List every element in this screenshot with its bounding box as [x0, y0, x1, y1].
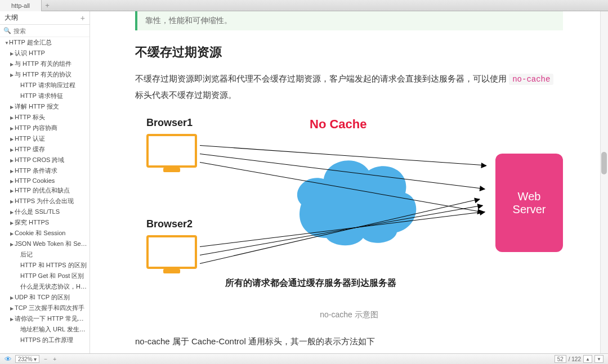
page-up-button[interactable]: ▲	[583, 355, 592, 363]
sidebar-header: 大纲 +	[0, 11, 90, 25]
tree-item[interactable]: ▼HTTP 超全汇总	[0, 37, 90, 48]
tree-item[interactable]: ▶UDP 和 TCP 的区别	[0, 292, 90, 303]
paragraph-intro: 不缓存过期资源即浏览器和代理不会缓存过期资源，客户端发起的请求会直接到达服务器，…	[135, 71, 563, 103]
tree-item[interactable]: ▶HTTPS 为什么会出现	[0, 196, 90, 206]
callout-box: 靠性，性能和可伸缩性。	[135, 11, 563, 30]
scrollbar-thumb[interactable]	[601, 152, 607, 174]
zoom-out-button[interactable]: −	[43, 356, 48, 362]
tree-item[interactable]: HTTP Get 和 Post 区别	[0, 271, 90, 281]
heading-no-cache-expired: 不缓存过期资源	[135, 44, 563, 61]
page-total: / 122	[569, 356, 581, 362]
tree-item[interactable]: ▶HTTP 条件请求	[0, 165, 90, 176]
figure-caption: no-cache 示意图	[135, 310, 563, 320]
tree-item[interactable]: 后记	[0, 249, 90, 260]
tree-item[interactable]: ▶HTTP 缓存	[0, 144, 90, 155]
sidebar-add-button[interactable]: +	[81, 14, 85, 23]
paragraph-cache-control: no-cache 属于 Cache-Control 通用标头，其一般的表示方法如…	[135, 334, 563, 350]
tab-http-all[interactable]: http-all	[0, 0, 42, 11]
zoom-select[interactable]: 232% ▾	[15, 355, 39, 363]
tree-item[interactable]: 地址栏输入 URL 发生了什么	[0, 324, 90, 335]
tree-item[interactable]: ▶认识 HTTP	[0, 48, 90, 59]
tree-item[interactable]: HTTPS 的工作原理	[0, 335, 90, 345]
search-box[interactable]: 🔍	[0, 25, 90, 37]
diagram-caption: 所有的请求都会通过缓存服务器到达服务器	[225, 277, 396, 289]
tree-item[interactable]: ▶什么是 SSL/TLS	[0, 206, 90, 217]
browser1-icon	[146, 134, 197, 168]
tree-item[interactable]: HTTP 请求特征	[0, 91, 90, 101]
search-icon: 🔍	[3, 27, 11, 34]
tab-add-button[interactable]: +	[42, 0, 53, 11]
browser2-icon	[146, 235, 197, 269]
outline-tree: ▼HTTP 超全汇总▶认识 HTTP▶与 HTTP 有关的组件▶与 HTTP 有…	[0, 37, 90, 353]
code-no-cache: no-cache	[509, 74, 553, 85]
tree-item[interactable]: ▶与 HTTP 有关的协议	[0, 69, 90, 80]
tree-item[interactable]: ▶HTTP 的优点和缺点	[0, 185, 90, 196]
tree-item[interactable]: ▶HTTP 认证	[0, 133, 90, 144]
sidebar: 大纲 + 🔍 ▼HTTP 超全汇总▶认识 HTTP▶与 HTTP 有关的组件▶与…	[0, 11, 90, 353]
tree-item[interactable]: ▶Cookie 和 Session	[0, 228, 90, 239]
tree-item[interactable]: ▶HTTP Cookies	[0, 176, 90, 185]
tree-item[interactable]: ▶HTTP CROS 跨域	[0, 155, 90, 165]
no-cache-title: No Cache	[310, 117, 366, 132]
tree-item[interactable]: ▶JSON Web Token 和 Sessio..	[0, 239, 90, 249]
cloud-icon	[293, 148, 422, 249]
tree-item[interactable]: ▶TCP 三次握手和四次挥手	[0, 303, 90, 313]
browser1-label: Browser1	[146, 117, 193, 129]
tree-item[interactable]: ▶HTTP 标头	[0, 112, 90, 123]
tree-item[interactable]: ▶与 HTTP 有关的组件	[0, 59, 90, 69]
search-input[interactable]	[14, 28, 86, 34]
tree-item[interactable]: ▶请你说一下 HTTP 常见的请...	[0, 313, 90, 324]
web-server-box: Web Server	[495, 154, 563, 252]
content-area[interactable]: 靠性，性能和可伸缩性。 不缓存过期资源 不缓存过期资源即浏览器和代理不会缓存过期…	[90, 11, 608, 353]
tab-bar: http-all +	[0, 0, 608, 11]
sidebar-title: 大纲	[5, 13, 18, 23]
page-down-button[interactable]: ▼	[594, 355, 603, 363]
tree-item[interactable]: 什么是无状态协议，HTTP...	[0, 281, 90, 292]
browser2-label: Browser2	[146, 218, 193, 230]
page-current[interactable]: 52	[555, 355, 566, 363]
tree-item[interactable]: ▶探究 HTTPS	[0, 217, 90, 228]
no-cache-diagram: Browser1 Browser2 No Cache Web Server	[135, 114, 563, 300]
status-bar: 👁 232% ▾ − + 52 / 122 ▲ ▼	[0, 353, 608, 364]
tree-item[interactable]: ▶详解 HTTP 报文	[0, 101, 90, 112]
zoom-in-button[interactable]: +	[52, 356, 57, 362]
eye-icon[interactable]: 👁	[5, 355, 12, 363]
tree-item[interactable]: ▶HTTP 内容协商	[0, 123, 90, 133]
tree-item[interactable]: HTTP 和 HTTPS 的区别	[0, 260, 90, 271]
tree-item[interactable]: HTTP 请求响应过程	[0, 80, 90, 91]
vertical-scrollbar[interactable]	[600, 11, 608, 353]
